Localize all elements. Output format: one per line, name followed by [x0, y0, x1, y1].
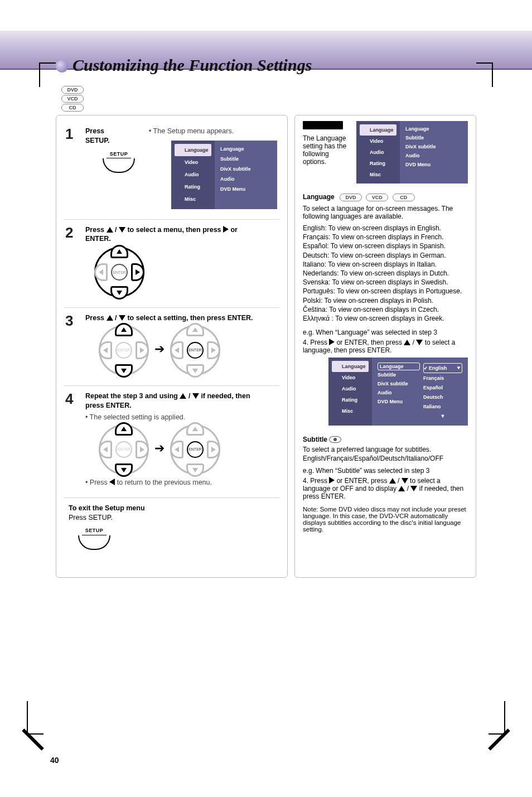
step-number: 2	[65, 224, 73, 241]
language-options-preview: Language Video Audio Rating Misc Languag…	[328, 358, 468, 426]
step-4: 4 Repeat the step 3 and using / if neede…	[64, 386, 279, 498]
down-arrow-icon	[402, 478, 408, 484]
down-arrow-icon	[192, 393, 199, 399]
subtitle-example: e.g. When “Subtitle” was selected in ste…	[303, 467, 468, 475]
right-arrow-icon	[223, 226, 229, 233]
down-arrow-icon	[416, 340, 423, 345]
setup-button-glyph: SETUP	[96, 149, 141, 173]
dpad-updown-icon: ENTER	[99, 424, 149, 475]
up-arrow-icon	[389, 478, 396, 484]
subtitle-note: Note: Some DVD video discs may not inclu…	[303, 506, 468, 533]
badge-cd: CD	[61, 104, 84, 112]
step1-text-press: Press	[85, 127, 104, 135]
down-arrow-icon	[410, 486, 417, 491]
dvd-eye-icon	[329, 436, 341, 443]
step-number: 1	[65, 125, 73, 143]
speaker-icon	[176, 171, 182, 177]
subhead-subtitle: Subtitle	[303, 436, 327, 443]
exit-block: To exit the Setup menu Press SETUP. SETU…	[64, 498, 279, 560]
up-arrow-icon	[398, 486, 405, 491]
up-arrow-icon	[107, 315, 113, 321]
language-intro: The Language setting has the following o…	[303, 134, 351, 166]
language-example: e.g. When “Language” was selected in ste…	[303, 329, 468, 336]
left-column: 1 Press SETUP. SETUP • The Setup men	[56, 115, 288, 578]
language-desc: To select a language for on-screen messa…	[303, 205, 468, 220]
page-title: Customizing the Function Settings	[56, 56, 499, 75]
bars-icon	[176, 195, 182, 202]
dpad-enter-icon: ENTER	[170, 325, 220, 375]
down-arrow-icon	[119, 315, 125, 321]
exit-body: Press SETUP.	[69, 514, 113, 521]
dpad-enter-icon: ENTER	[170, 424, 220, 475]
badge-cd: CD	[393, 194, 415, 201]
badge-dvd: DVD	[340, 194, 362, 201]
globe-icon	[176, 146, 182, 153]
subtitle-desc: To select a preferred language for subti…	[303, 446, 468, 453]
up-arrow-icon	[180, 393, 186, 399]
right-column: The Language setting has the following o…	[294, 115, 476, 578]
language-option-list: English Français Español Deutsch Italian…	[423, 361, 462, 422]
up-arrow-icon	[404, 340, 410, 345]
step-2: 2 Press / to select a menu, then press o…	[64, 220, 279, 308]
step4-note-a: • The selected setting is applied.	[85, 413, 277, 422]
badge-vcd: VCD	[366, 194, 388, 201]
language-step4: 4. Press or ENTER, then press / to selec…	[303, 339, 468, 354]
step2-text: Press / to select a menu, then press orE…	[85, 226, 238, 243]
up-arrow-icon	[107, 227, 113, 233]
subtitle-step4: 4. Press or ENTER, press / to select a l…	[303, 477, 468, 500]
badge-dvd: DVD	[61, 86, 84, 94]
tv-icon	[176, 158, 182, 165]
then-arrow-icon: ➔	[154, 341, 165, 358]
subtitle-options: English/Français/Español/Deutsch/Italian…	[303, 455, 468, 462]
left-arrow-icon	[109, 479, 115, 485]
page-title-text: Customizing the Function Settings	[72, 56, 312, 74]
language-list: English: To view on-screen displays in E…	[303, 224, 468, 323]
step-number: 4	[65, 390, 73, 408]
right-arrow-icon	[329, 339, 335, 345]
step1-note: • The Setup menu appears.	[149, 127, 277, 136]
setup-menu-preview: Language Video Audio Rating Misc Languag…	[171, 141, 277, 209]
step4-text: Repeat the step 3 and using / if needed,…	[85, 392, 250, 409]
disc-type-badges: DVD VCD CD	[61, 86, 499, 112]
step4-note-b: • Press to return to the previous menu.	[85, 478, 277, 487]
exit-title: To exit the Setup menu	[69, 504, 145, 512]
dpad-updown-icon: ENTER	[99, 325, 149, 375]
title-bullet-icon	[56, 60, 68, 73]
badge-vcd: VCD	[61, 95, 84, 103]
down-arrow-icon	[119, 227, 125, 233]
step-3: 3 Press / to select a setting, then pres…	[64, 308, 279, 386]
step1-text-setup: SETUP.	[85, 137, 110, 144]
person-icon	[176, 183, 182, 190]
then-arrow-icon: ➔	[154, 440, 165, 457]
setup-button-glyph: SETUP	[72, 525, 117, 549]
subhead-language: Language	[303, 193, 335, 201]
language-heading-bar	[303, 121, 343, 129]
dpad-icon: ENTER	[94, 247, 144, 297]
step-1: 1 Press SETUP. SETUP • The Setup men	[64, 121, 279, 220]
setup-menu-preview: Language Video Audio Rating Misc Languag…	[356, 121, 468, 183]
right-arrow-icon	[329, 477, 335, 484]
step-number: 3	[65, 312, 73, 330]
page-number: 40	[50, 756, 59, 765]
step3-text: Press / to select a setting, then press …	[85, 314, 253, 322]
